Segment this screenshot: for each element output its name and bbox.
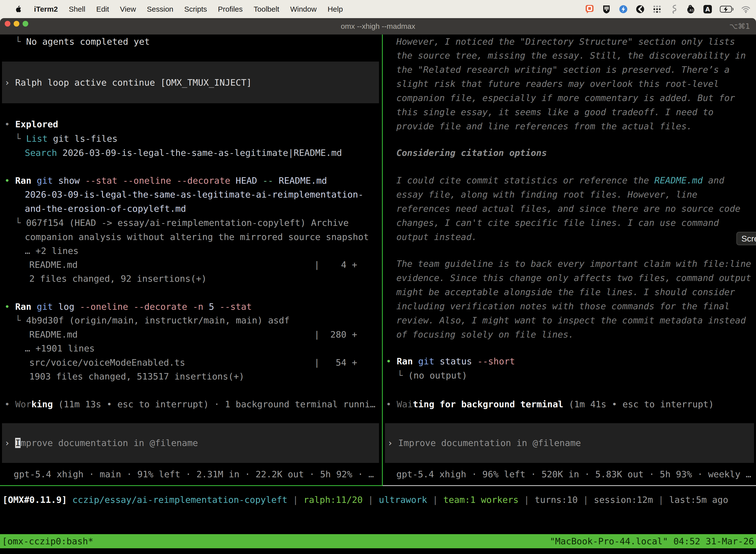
thinking-p2-l1: I could cite commit statistics or refere… bbox=[396, 173, 724, 187]
terminal-content: └ No agents completed yet › Ralph loop a… bbox=[0, 35, 756, 554]
thinking-p1-l3: the "Related research writing" section i… bbox=[396, 63, 730, 77]
log-line-commit-4b9d30f: └ 4b9d30f (origin/main, instructkr/main,… bbox=[15, 313, 290, 327]
letter-a-glyph: A bbox=[703, 5, 712, 14]
log-line-commit-msg: companion analysis without altering the … bbox=[25, 230, 369, 244]
screen: iTerm2 Shell Edit View Session Scripts P… bbox=[0, 0, 756, 554]
ralph-loop-line: › Ralph loop active continue [OMX_TMUX_I… bbox=[4, 75, 252, 90]
menu-item-help[interactable]: Help bbox=[328, 5, 343, 13]
thinking-p2-l2: essay file, along with finding root file… bbox=[396, 187, 697, 202]
menu-item-scripts[interactable]: Scripts bbox=[184, 5, 207, 13]
pac-arrow-glyph bbox=[636, 5, 645, 14]
letter-a-icon[interactable]: A bbox=[703, 4, 712, 14]
apple-logo-glyph bbox=[15, 5, 21, 13]
hook-glyph bbox=[671, 4, 677, 14]
log-line-ran-git-log: • Ran git log --oneline --decorate -n 5 … bbox=[4, 299, 252, 314]
thinking-p1-l6: this single essay, it seems like a good … bbox=[396, 105, 713, 119]
thinking-p1-l1: However, I noticed the "Directory Struct… bbox=[396, 35, 735, 49]
thinking-p2-l4: changes, I can't cite specific file line… bbox=[396, 216, 719, 230]
apple-icon[interactable] bbox=[14, 4, 23, 14]
log-line-no-agents: └ No agents completed yet bbox=[15, 35, 150, 49]
prompt-input-right[interactable]: › Improve documentation in @filename bbox=[385, 423, 754, 463]
close-button[interactable] bbox=[5, 21, 10, 26]
chat-app-icon[interactable] bbox=[585, 4, 594, 14]
dots-grid-icon[interactable] bbox=[652, 4, 662, 14]
model-status-left: gpt-5.4 xhigh · main · 91% left · 2.31M … bbox=[14, 467, 374, 481]
prompt-input-left[interactable]: › Improve documentation in @filename bbox=[2, 423, 379, 463]
shield-grid-icon[interactable] bbox=[602, 4, 611, 14]
thinking-p1-l4: slight risk that future readers may over… bbox=[396, 77, 719, 91]
log-line-no-output: └ (no output) bbox=[397, 368, 467, 383]
thinking-p3-l2: evidence. Since this change only affects… bbox=[396, 271, 751, 285]
pac-arrow-icon[interactable] bbox=[635, 4, 645, 14]
window-titlebar[interactable]: omx --xhigh --madmax ⌥⌘1 bbox=[0, 18, 756, 35]
log-line-search: Search 2026-03-09-is-legal-the-same-as-l… bbox=[25, 146, 342, 160]
thinking-p3-l6: of focusing solely on file lines. bbox=[396, 327, 574, 341]
tmux-status-bar: [omx-cczip0:bash* "MacBook-Pro-44.local"… bbox=[0, 534, 756, 548]
screen-tooltip: Scre bbox=[737, 232, 756, 245]
battery-glyph bbox=[720, 6, 734, 13]
menu-status-icons: ..61 A bbox=[585, 4, 756, 14]
log-line-files-92: 2 files changed, 92 insertions(+) bbox=[29, 272, 207, 286]
blue-bolt-glyph bbox=[619, 5, 628, 14]
menu-item-profiles[interactable]: Profiles bbox=[218, 5, 243, 13]
thinking-p2-l5: output instead. bbox=[396, 230, 477, 244]
menu-items: iTerm2 Shell Edit View Session Scripts P… bbox=[0, 4, 343, 14]
wifi-icon[interactable] bbox=[741, 4, 751, 14]
menu-item-iterm2[interactable]: iTerm2 bbox=[34, 5, 58, 13]
lock-61-icon[interactable]: ..61 bbox=[686, 4, 695, 14]
log-line-readme-280: README.md | 280 + bbox=[29, 327, 357, 341]
letter-badge-text: A bbox=[705, 6, 710, 13]
thinking-p1-l5: companion file, especially if more comme… bbox=[396, 91, 735, 105]
menu-item-toolbelt[interactable]: Toolbelt bbox=[254, 5, 279, 13]
log-line-plus1901: … +1901 lines bbox=[25, 341, 95, 355]
thinking-heading: Considering citation options bbox=[396, 146, 547, 160]
thinking-p3-l4: including verification notes with those … bbox=[396, 299, 730, 313]
dots-grid-glyph bbox=[652, 5, 662, 14]
status-line-working: • Working (11m 13s • esc to interrupt) ·… bbox=[4, 397, 376, 411]
thinking-p3-l1: The team guideline is to back every impo… bbox=[396, 257, 751, 271]
log-line-srcvoice: src/voice/voiceModeEnabled.ts | 54 + bbox=[29, 355, 357, 370]
chat-glyph bbox=[585, 5, 594, 14]
log-line-ran-git-status: • Ran git status --short bbox=[386, 354, 515, 368]
menu-item-window[interactable]: Window bbox=[290, 5, 317, 13]
lock-61-glyph: ..61 bbox=[686, 4, 695, 14]
pane-divider-horizontal-right bbox=[383, 485, 756, 486]
wifi-glyph bbox=[741, 5, 751, 13]
hook-icon[interactable] bbox=[669, 4, 679, 14]
pane-divider-vertical[interactable] bbox=[382, 35, 383, 486]
log-line-plus2: … +2 lines bbox=[25, 244, 79, 258]
log-line-commit-067f154: └ 067f154 (HEAD -> essay/ai-reimplementa… bbox=[15, 216, 349, 230]
ralph-loop-box: › Ralph loop active continue [OMX_TMUX_I… bbox=[2, 62, 379, 103]
omx-status-line: [OMX#0.11.9] cczip/essay/ai-reimplementa… bbox=[2, 493, 728, 507]
thinking-p1-l7: provide file and line references from th… bbox=[396, 119, 692, 133]
blue-badge-icon[interactable] bbox=[619, 4, 628, 14]
menu-item-session[interactable]: Session bbox=[147, 5, 173, 13]
status-line-waiting: • Waiting for background terminal (1m 41… bbox=[386, 397, 714, 411]
menu-item-edit[interactable]: Edit bbox=[96, 5, 109, 13]
menu-item-view[interactable]: View bbox=[120, 5, 136, 13]
menu-bar: iTerm2 Shell Edit View Session Scripts P… bbox=[0, 0, 756, 18]
log-line-files-513517: 1903 files changed, 513517 insertions(+) bbox=[29, 369, 244, 384]
pane-divider-horizontal-left bbox=[0, 485, 383, 486]
battery-icon[interactable] bbox=[720, 4, 734, 14]
prompt-input-left-text: › Improve documentation in @filename bbox=[4, 436, 198, 450]
thinking-p3-l3: might be acceptable alongside the file l… bbox=[396, 285, 735, 299]
minimize-button[interactable] bbox=[14, 21, 19, 26]
window-title: omx --xhigh --madmax bbox=[341, 18, 415, 35]
lock-badge-text: ..61 bbox=[688, 8, 694, 12]
log-line-filename-1: 2026-03-09-is-legal-the-same-as-legitima… bbox=[25, 187, 363, 202]
log-line-explored: • Explored bbox=[4, 117, 58, 131]
log-line-filename-2: and-the-erosion-of-copyleft.md bbox=[25, 202, 186, 216]
tmux-host-clock: "MacBook-Pro-44.local" 04:52 31-Mar-26 bbox=[550, 534, 754, 548]
menu-item-shell[interactable]: Shell bbox=[69, 5, 85, 13]
log-line-ran-git-show: • Ran git show --stat --oneline --decora… bbox=[4, 173, 327, 188]
tmux-window-label[interactable]: [omx-cczip0:bash* bbox=[2, 534, 93, 548]
log-line-readme-4: README.md | 4 + bbox=[29, 258, 357, 272]
window-shortcut: ⌥⌘1 bbox=[729, 18, 750, 35]
model-status-right: gpt-5.4 xhigh · 96% left · 520K in · 5.8… bbox=[396, 467, 751, 481]
thinking-p3-l5: review. Also, I might want to inspect th… bbox=[396, 313, 746, 327]
shield-glyph bbox=[603, 5, 610, 14]
prompt-input-right-text: › Improve documentation in @filename bbox=[387, 436, 581, 450]
thinking-p1-l2: the source tree, missing the essay. Stil… bbox=[396, 48, 746, 63]
zoom-button[interactable] bbox=[22, 21, 28, 26]
